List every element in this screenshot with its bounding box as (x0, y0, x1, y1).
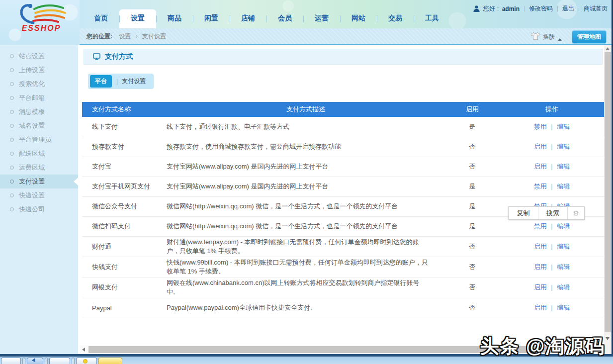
enabled-status: 是 (445, 177, 500, 196)
sidebar-item[interactable]: 配送区域 (0, 147, 78, 161)
edit-link[interactable]: 编辑 (557, 222, 570, 230)
row-actions: 禁用 | 编辑 (500, 117, 604, 137)
toggle-enable-link[interactable]: 启用 (534, 283, 547, 291)
gear-icon[interactable]: ⚙ (567, 207, 584, 219)
scroll-left-arrow-icon[interactable] (82, 348, 85, 352)
sidebar-item[interactable]: 快递设置 (0, 188, 78, 202)
toggle-enable-link[interactable]: 启用 (534, 143, 547, 150)
taskbar-window-button[interactable] (72, 358, 75, 364)
enabled-status: 否 (445, 277, 500, 298)
nav-tab[interactable]: 网站 (340, 9, 377, 28)
breadcrumb-item-payment[interactable]: 支付设置 (142, 33, 166, 40)
breadcrumb-item-settings[interactable]: 设置 (119, 33, 131, 40)
taskbar-window-button[interactable] (76, 358, 97, 364)
nav-tab[interactable]: 店铺 (230, 9, 266, 28)
toggle-enable-link[interactable]: 启用 (534, 243, 547, 250)
taskbar-window-button[interactable] (45, 358, 48, 364)
nav-tab[interactable]: 商品 (156, 9, 193, 28)
sidebar-item[interactable]: 平台邮箱 (0, 91, 78, 105)
edit-link[interactable]: 编辑 (557, 143, 570, 150)
taskbar-window-button[interactable] (49, 358, 70, 364)
payment-description: 线下支付，通过银行汇款、电子汇款等方式 (167, 117, 445, 137)
nav-tab[interactable]: 闲置 (193, 9, 230, 28)
change-password-link[interactable]: 修改密码 (529, 4, 553, 13)
greeting-text: 您好： (483, 4, 501, 13)
tshirt-icon (530, 32, 540, 42)
payment-name: 快钱支付 (82, 257, 167, 277)
sidebar-item[interactable]: 运费区域 (0, 161, 78, 175)
sidebar-item[interactable]: 消息模板 (0, 105, 78, 119)
sidebar-item[interactable]: 搜索优化 (0, 77, 78, 91)
enabled-status: 否 (445, 236, 500, 257)
divider (557, 6, 558, 11)
payment-name: 预存款支付 (82, 137, 167, 157)
scroll-up-arrow-icon[interactable] (606, 47, 610, 50)
breadcrumb-bar: 您的位置: 设置 › 支付设置 换肤 管理地图 (80, 28, 612, 45)
main-nav: 首页 设置 商品 闲置 店铺 会员 运营 网站 交易 工具 (83, 9, 450, 28)
nav-tab[interactable]: 工具 (414, 9, 450, 28)
edit-link[interactable]: 编辑 (557, 182, 570, 190)
manage-map-button[interactable]: 管理地图 (572, 30, 607, 44)
toggle-enable-link[interactable]: 启用 (534, 163, 547, 170)
enabled-status: 否 (445, 298, 500, 318)
column-header-description: 支付方式描述 (167, 102, 445, 117)
sidebar-item[interactable]: 站点设置 (0, 49, 78, 63)
sidebar-item[interactable]: 支付设置 (0, 175, 78, 188)
edit-link[interactable]: 编辑 (557, 304, 570, 311)
edit-link[interactable]: 编辑 (557, 163, 570, 170)
sidebar-item[interactable]: 域名设置 (0, 119, 78, 133)
chevron-right-icon: › (136, 33, 138, 40)
nav-tab[interactable]: 设置 (119, 9, 156, 28)
action-divider: | (551, 123, 552, 130)
toggle-enable-link[interactable]: 禁用 (534, 123, 547, 130)
column-header-enabled: 启用 (445, 102, 500, 117)
toggle-enable-link[interactable]: 禁用 (534, 182, 547, 190)
sub-tabs: 平台 | 支付设置 (88, 74, 154, 89)
context-menu-copy[interactable]: 复制 (509, 207, 538, 219)
taskbar-window-button[interactable] (1, 358, 21, 364)
payment-name: 线下支付 (82, 117, 167, 137)
nav-tab[interactable]: 首页 (83, 9, 119, 28)
nav-tab[interactable]: 运营 (303, 9, 340, 28)
toggle-enable-link[interactable]: 启用 (534, 263, 547, 271)
table-row: Paypal Paypal(www.paypal.com)全球信用卡快捷安全支付… (82, 298, 604, 318)
toggle-enable-link[interactable]: 禁用 (534, 222, 547, 230)
row-actions: 启用 | 编辑 (500, 298, 604, 318)
payment-description: 支付宝网站(www.alipay.com) 是国内先进的网上支付平台 (167, 177, 445, 196)
enabled-status: 是 (445, 117, 500, 137)
edit-link[interactable]: 编辑 (557, 263, 570, 271)
table-row: 预存款支付 预存款支付，使用商城预存款支付，需要商城开启预存款功能 否 启用 |… (82, 137, 604, 157)
edit-link[interactable]: 编辑 (557, 243, 570, 250)
esshop-logo[interactable]: ESSHOP (14, 2, 69, 33)
action-divider: | (551, 304, 552, 311)
logout-link[interactable]: 退出 (562, 4, 574, 13)
nav-tab[interactable]: 交易 (377, 9, 414, 28)
sidebar-item[interactable]: 快递公司 (0, 202, 78, 216)
nav-tab[interactable]: 会员 (266, 9, 303, 28)
tab-divider: | (116, 78, 118, 85)
sidebar-item[interactable]: 平台管理员 (0, 133, 78, 147)
mall-home-link[interactable]: 商城首页 (584, 4, 608, 13)
payment-description: 支付宝网站(www.alipay.com) 是国内先进的网上支付平台 (167, 157, 445, 177)
skin-switcher: 换肤 管理地图 (530, 30, 607, 44)
context-menu-search[interactable]: 搜索 (538, 207, 567, 219)
payment-description: 快钱(www.99bill.com) - 本即时到账接口无需预付费，任何订单金额… (167, 257, 445, 277)
vertical-scrollbar-thumb[interactable] (605, 52, 611, 332)
toggle-enable-link[interactable]: 启用 (534, 304, 547, 311)
tab-payment-settings[interactable]: 支付设置 (119, 75, 152, 88)
enabled-status: 是 (445, 196, 500, 216)
action-divider: | (551, 263, 552, 271)
scroll-down-arrow-icon[interactable] (606, 337, 610, 340)
action-divider: | (551, 143, 552, 150)
edit-link[interactable]: 编辑 (557, 283, 570, 291)
username: admin (502, 5, 520, 12)
sidebar-item[interactable]: 上传设置 (0, 63, 78, 77)
divider (579, 6, 579, 11)
taskbar-window-button[interactable] (22, 358, 25, 364)
tab-platform[interactable]: 平台 (90, 75, 112, 88)
vertical-scrollbar[interactable] (604, 45, 612, 354)
edit-link[interactable]: 编辑 (557, 123, 570, 130)
taskbar-window-button[interactable] (98, 358, 122, 364)
taskbar-window-button[interactable] (27, 358, 43, 364)
table-row: 网银支付 网银在线(www.chinabank.com.cn)以网上转账方式将相… (82, 277, 604, 298)
